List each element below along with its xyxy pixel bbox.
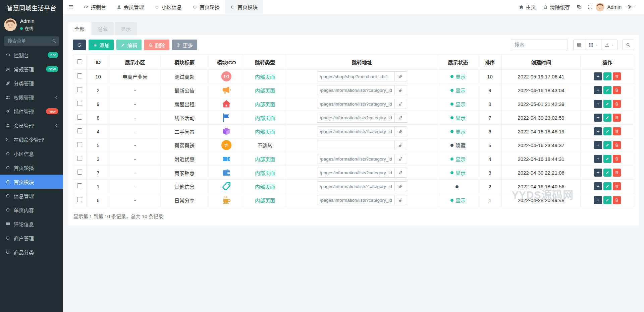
avatar[interactable] bbox=[596, 3, 604, 11]
row-add-button[interactable] bbox=[594, 100, 602, 108]
language-button[interactable]: Aa bbox=[574, 0, 585, 14]
link-button[interactable] bbox=[395, 113, 407, 123]
row-delete-button[interactable] bbox=[613, 127, 621, 135]
row-delete-button[interactable] bbox=[613, 100, 621, 108]
topbar-username[interactable]: Admin bbox=[607, 4, 622, 10]
link-button[interactable] bbox=[395, 85, 407, 95]
column-header-1[interactable]: 展示小区 bbox=[110, 55, 160, 70]
clear-cache-link[interactable]: 清除缓存 bbox=[539, 0, 574, 14]
sidebar-item-9[interactable]: 首页模块 bbox=[0, 175, 63, 189]
settings-button[interactable] bbox=[624, 0, 639, 14]
jump-url-input[interactable] bbox=[317, 126, 395, 136]
link-button[interactable] bbox=[395, 181, 407, 191]
menu-search-input[interactable] bbox=[4, 36, 59, 46]
sidebar-item-12[interactable]: 评论信息 bbox=[0, 217, 63, 231]
link-button[interactable] bbox=[395, 71, 407, 81]
row-add-button[interactable] bbox=[594, 141, 602, 149]
export-button[interactable] bbox=[601, 40, 618, 50]
row-delete-button[interactable] bbox=[613, 86, 621, 94]
jump-url-input[interactable] bbox=[317, 113, 395, 123]
row-checkbox[interactable] bbox=[77, 73, 82, 78]
filter-tab-0[interactable]: 全部 bbox=[68, 22, 91, 35]
jump-url-input[interactable] bbox=[317, 99, 395, 109]
column-header-0[interactable]: ID bbox=[87, 55, 110, 70]
link-button[interactable] bbox=[395, 99, 407, 109]
sidebar-item-14[interactable]: 商品分类 bbox=[0, 245, 63, 259]
row-delete-button[interactable] bbox=[613, 141, 621, 149]
jump-url-input[interactable] bbox=[317, 168, 395, 178]
row-add-button[interactable] bbox=[594, 114, 602, 122]
home-link[interactable]: 主页 bbox=[515, 0, 539, 14]
column-header-6[interactable]: 展示状态 bbox=[438, 55, 478, 70]
column-header-2[interactable]: 模块标题 bbox=[160, 55, 209, 70]
row-add-button[interactable] bbox=[594, 155, 602, 163]
column-header-4[interactable]: 跳转类型 bbox=[244, 55, 286, 70]
jump-url-input[interactable] bbox=[317, 195, 395, 205]
column-header-7[interactable]: 排序 bbox=[478, 55, 502, 70]
toggle-view-button[interactable] bbox=[573, 40, 585, 50]
column-header-8[interactable]: 创建时间 bbox=[502, 55, 581, 70]
row-checkbox[interactable] bbox=[77, 115, 82, 120]
jump-url-input[interactable] bbox=[317, 154, 395, 164]
topbar-tab-0[interactable]: 控制台 bbox=[78, 0, 111, 14]
column-header-3[interactable]: 模块ICO bbox=[209, 55, 244, 70]
row-edit-button[interactable] bbox=[603, 127, 611, 135]
row-checkbox[interactable] bbox=[77, 183, 82, 188]
row-add-button[interactable] bbox=[594, 182, 602, 190]
row-edit-button[interactable] bbox=[603, 114, 611, 122]
row-checkbox[interactable] bbox=[77, 128, 82, 133]
row-add-button[interactable] bbox=[594, 196, 602, 204]
sidebar-item-1[interactable]: 常规管理new bbox=[0, 62, 63, 76]
row-edit-button[interactable] bbox=[603, 182, 611, 190]
edit-button[interactable]: 编辑 bbox=[116, 40, 142, 50]
row-checkbox[interactable] bbox=[77, 197, 82, 202]
row-edit-button[interactable] bbox=[603, 196, 611, 204]
row-edit-button[interactable] bbox=[603, 100, 611, 108]
sidebar-item-11[interactable]: 单页内容 bbox=[0, 203, 63, 217]
row-checkbox[interactable] bbox=[77, 156, 82, 161]
sidebar-item-6[interactable]: 在线命令管理 bbox=[0, 132, 63, 146]
sidebar-item-5[interactable]: 会员管理 bbox=[0, 118, 63, 132]
link-button[interactable] bbox=[395, 126, 407, 136]
row-checkbox[interactable] bbox=[77, 170, 82, 175]
row-edit-button[interactable] bbox=[603, 141, 611, 149]
row-checkbox[interactable] bbox=[77, 101, 82, 106]
row-delete-button[interactable] bbox=[613, 114, 621, 122]
sidebar-item-8[interactable]: 首页轮播 bbox=[0, 161, 63, 175]
sidebar-item-0[interactable]: 控制台hot bbox=[0, 48, 63, 62]
select-all-checkbox[interactable] bbox=[77, 59, 82, 64]
sidebar-item-3[interactable]: 权限管理 bbox=[0, 90, 63, 104]
columns-button[interactable] bbox=[585, 40, 601, 50]
row-add-button[interactable] bbox=[594, 127, 602, 135]
row-checkbox[interactable] bbox=[77, 142, 82, 147]
sidebar-item-10[interactable]: 信息管理 bbox=[0, 189, 63, 203]
link-button[interactable] bbox=[395, 195, 407, 205]
jump-url-input[interactable] bbox=[317, 181, 395, 191]
row-edit-button[interactable] bbox=[603, 86, 611, 94]
row-delete-button[interactable] bbox=[613, 182, 621, 190]
column-header-9[interactable]: 操作 bbox=[581, 55, 634, 70]
sidebar-item-4[interactable]: 插件管理new bbox=[0, 104, 63, 118]
row-add-button[interactable] bbox=[594, 72, 602, 80]
fullscreen-button[interactable] bbox=[585, 0, 596, 14]
column-header-5[interactable]: 跳转地址 bbox=[286, 55, 438, 70]
filter-tab-1[interactable]: 隐藏 bbox=[92, 22, 114, 35]
row-delete-button[interactable] bbox=[613, 169, 621, 177]
sidebar-item-7[interactable]: 小区信息 bbox=[0, 146, 63, 161]
search-toggle-button[interactable] bbox=[622, 40, 634, 50]
row-edit-button[interactable] bbox=[603, 155, 611, 163]
topbar-tab-2[interactable]: 小区信息 bbox=[149, 0, 187, 14]
row-add-button[interactable] bbox=[594, 169, 602, 177]
link-button[interactable] bbox=[395, 140, 407, 150]
topbar-tab-1[interactable]: 会员管理 bbox=[111, 0, 149, 14]
sidebar-item-13[interactable]: 商户管理 bbox=[0, 231, 63, 245]
link-button[interactable] bbox=[395, 154, 407, 164]
row-add-button[interactable] bbox=[594, 86, 602, 94]
link-button[interactable] bbox=[395, 168, 407, 178]
jump-url-input[interactable] bbox=[317, 140, 395, 150]
refresh-button[interactable] bbox=[73, 40, 86, 50]
row-delete-button[interactable] bbox=[613, 196, 621, 204]
jump-url-input[interactable] bbox=[317, 85, 395, 95]
row-delete-button[interactable] bbox=[613, 155, 621, 163]
more-button[interactable]: 更多 bbox=[172, 40, 197, 50]
